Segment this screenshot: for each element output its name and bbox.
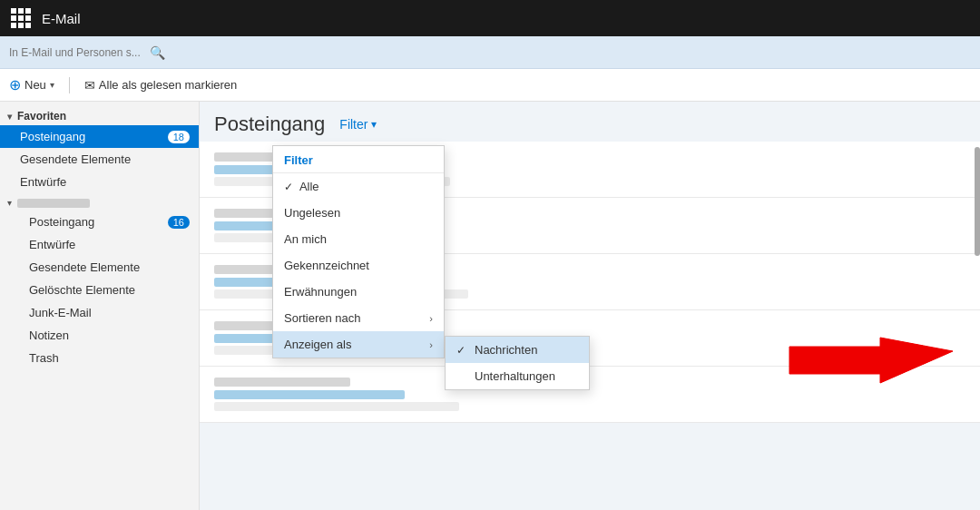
sidebar-item-notizen[interactable]: Notizen [0, 324, 199, 347]
filter-item-sortieren[interactable]: Sortieren nach › [273, 305, 444, 331]
page-title: Posteingang [214, 113, 325, 136]
sidebar-item-posteingang-acc[interactable]: Posteingang 16 [0, 211, 199, 233]
plus-icon: ⊕ [9, 76, 21, 93]
sidebar-item-entwuerfe-acc[interactable]: Entwürfe [0, 233, 199, 256]
account-name [17, 199, 90, 208]
envelope-icon: ✉ [84, 78, 95, 93]
search-bar: 🔍 [0, 36, 980, 69]
filter-item-an-mich[interactable]: An mich [273, 226, 444, 252]
top-bar: E-Mail [0, 0, 980, 36]
filter-item-erwahnungen[interactable]: Erwähnungen [273, 279, 444, 305]
app-title: E-Mail [42, 11, 81, 26]
mark-read-label: Alle als gelesen markieren [99, 78, 237, 92]
favorites-label: Favoriten [17, 110, 66, 123]
sidebar: ▾ Favoriten Posteingang 18 Gesendete Ele… [0, 102, 200, 510]
content-header: Posteingang Filter ▾ [200, 102, 980, 142]
sidebar-item-entwuerfe-fav[interactable]: Entwürfe [0, 171, 199, 193]
account-chevron: ▾ [7, 198, 12, 208]
main-layout: ▾ Favoriten Posteingang 18 Gesendete Ele… [0, 102, 980, 510]
anzeigen-arrow: › [429, 339, 433, 350]
nachrichten-check: ✓ [456, 344, 466, 357]
submenu-item-unterhaltungen[interactable]: Unterhaltungen [446, 363, 589, 389]
filter-chevron-icon: ▾ [371, 118, 377, 131]
toolbar: ⊕ Neu ▾ ✉ Alle als gelesen markieren [0, 69, 980, 102]
sidebar-item-posteingang-fav[interactable]: Posteingang 18 [0, 125, 199, 148]
posteingang-fav-badge: 18 [168, 131, 190, 143]
filter-item-gekennzeichnet[interactable]: Gekennzeichnet [273, 252, 444, 279]
anzeigen-submenu: ✓ Nachrichten Unterhaltungen [445, 336, 590, 390]
favorites-section-header[interactable]: ▾ Favoriten [0, 105, 199, 125]
new-dropdown-chevron[interactable]: ▾ [50, 80, 54, 90]
toolbar-divider [69, 77, 70, 93]
mark-read-button[interactable]: ✉ Alle als gelesen markieren [84, 78, 237, 93]
scrollbar[interactable] [975, 147, 980, 256]
search-input[interactable] [9, 46, 150, 59]
search-icon[interactable]: 🔍 [150, 45, 165, 60]
filter-button[interactable]: Filter ▾ [339, 117, 377, 132]
filter-dropdown: Filter ✓ Alle Ungelesen An mich Gekennze… [272, 145, 445, 358]
sidebar-item-junk[interactable]: Junk-E-Mail [0, 301, 199, 324]
filter-menu-header: Filter [273, 146, 444, 173]
favorites-chevron: ▾ [7, 112, 12, 122]
sortieren-arrow: › [429, 313, 433, 324]
new-label: Neu [24, 78, 46, 92]
alle-check: ✓ [284, 181, 293, 193]
posteingang-acc-badge: 16 [168, 216, 190, 229]
app-grid-icon[interactable] [11, 8, 31, 28]
sidebar-item-geloeschte[interactable]: Gelöschte Elemente [0, 279, 199, 301]
submenu-item-nachrichten[interactable]: ✓ Nachrichten [446, 337, 589, 363]
account-section-header[interactable]: ▾ [0, 193, 199, 211]
filter-item-alle[interactable]: ✓ Alle [273, 173, 444, 200]
sidebar-item-gesendete-fav[interactable]: Gesendete Elemente [0, 148, 199, 171]
filter-menu: Filter ✓ Alle Ungelesen An mich Gekennze… [272, 145, 445, 358]
content-area: Posteingang Filter ▾ [200, 102, 980, 510]
filter-item-anzeigen[interactable]: Anzeigen als › [273, 331, 444, 358]
email-item-5[interactable] [200, 367, 980, 423]
new-button[interactable]: ⊕ Neu ▾ [9, 76, 54, 93]
filter-item-ungelesen[interactable]: Ungelesen [273, 200, 444, 226]
sidebar-item-trash[interactable]: Trash [0, 347, 199, 369]
filter-label: Filter [339, 117, 368, 132]
sidebar-item-gesendete-acc[interactable]: Gesendete Elemente [0, 256, 199, 279]
